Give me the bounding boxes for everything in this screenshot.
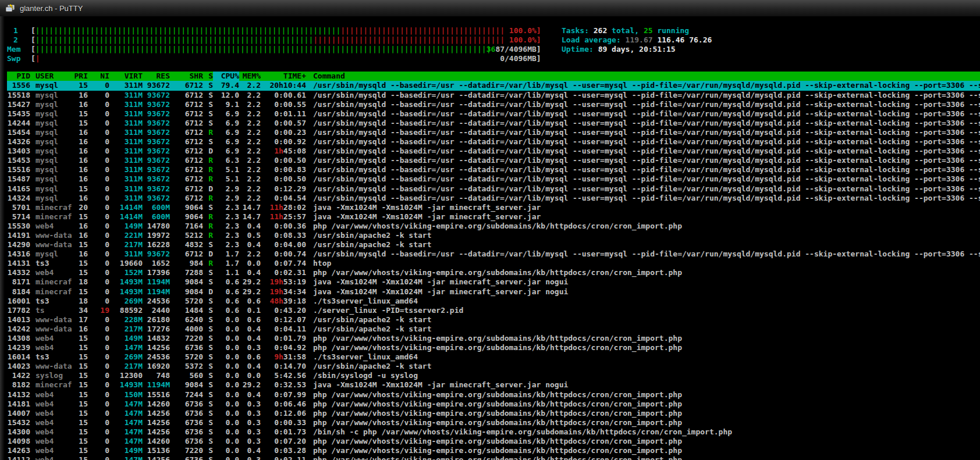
- cell-res: 93672: [143, 156, 170, 165]
- process-row[interactable]: 14326 mysql 16 0 311M 93672 6712 S 6.9 2…: [7, 137, 980, 147]
- column-header-pri[interactable]: PRI: [73, 72, 88, 81]
- cell-command: /usr/sbin/apache2 -k start: [313, 325, 980, 334]
- cell-shr: 6240: [170, 315, 203, 325]
- cell-state: R: [203, 231, 213, 240]
- process-row[interactable]: 15432 web4 15 0 147M 14256 6736 S 0.0 0.…: [7, 418, 980, 427]
- process-row[interactable]: 14098 web4 15 0 147M 14260 6736 S 0.0 0.…: [7, 437, 980, 446]
- cell-user: mysql: [35, 156, 73, 165]
- bracket-open: [: [31, 54, 35, 63]
- cell-time: 0:07.74: [261, 259, 306, 268]
- process-row[interactable]: 14191 www-data 16 0 221M 19972 5212 R 2.…: [7, 231, 980, 240]
- process-row[interactable]: 17782 ts 34 19 88592 2440 1484 S 0.6 0.1…: [7, 306, 980, 315]
- load-1min: 119.67: [626, 35, 653, 45]
- cell-time: 0:00.83: [261, 165, 306, 174]
- cell-command: /usr/sbin/mysqld --basedir=/usr --datadi…: [313, 174, 980, 184]
- process-row[interactable]: 15530 web4 16 0 149M 14780 7164 R 2.3 0.…: [7, 222, 980, 231]
- memory-meter: Mem[||||||||||||||||||||||||||||||||||||…: [7, 45, 980, 54]
- process-row[interactable]: 14112 web4 15 0 147M 14256 6736 S 0.0 0.…: [7, 455, 980, 460]
- cell-virt: 311M: [109, 119, 143, 128]
- column-header-ni[interactable]: NI: [88, 72, 109, 81]
- process-row[interactable]: 8171 minecraf 18 0 1493M 1194M 9084 S 0.…: [7, 277, 980, 287]
- cell-time: 0:04.11: [261, 325, 306, 334]
- process-row[interactable]: 15518 mysql 16 0 311M 93672 6712 S 12.0 …: [7, 91, 980, 100]
- cell-shr: 6712: [170, 147, 203, 156]
- cell-ni: 19: [88, 306, 109, 315]
- cell-user: mysql: [35, 128, 73, 137]
- column-header-cpu-sorted[interactable]: CPU%: [213, 72, 239, 81]
- process-row[interactable]: 14165 mysql 15 0 311M 93672 6712 D 2.9 2…: [7, 184, 980, 194]
- cell-cpu: 6.9: [213, 109, 239, 119]
- process-row[interactable]: 8184 minecraf 15 0 1493M 1194M 9084 D 0.…: [7, 287, 980, 297]
- process-row[interactable]: 13403 mysql 16 0 311M 93672 6712 D 6.9 2…: [7, 147, 980, 156]
- cell-cpu: 0.6: [213, 297, 239, 306]
- cell-ni: 0: [88, 427, 109, 437]
- column-header-state[interactable]: S: [203, 72, 213, 81]
- process-row[interactable]: 14332 web4 15 0 152M 17396 7288 S 1.1 0.…: [7, 268, 980, 277]
- process-row[interactable]: 14131 ts3 15 0 19660 1652 984 R 1.7 0.0 …: [7, 259, 980, 268]
- cell-pri: 15: [73, 400, 88, 409]
- cell-state: S: [203, 409, 213, 418]
- cell-res: 1194M: [143, 277, 170, 287]
- process-row[interactable]: 8182 minecraf 15 0 1493M 1194M 9084 S 0.…: [7, 380, 980, 390]
- process-row[interactable]: 14324 mysql 16 0 311M 93672 6712 R 2.9 2…: [7, 194, 980, 203]
- process-row[interactable]: 15427 mysql 16 0 311M 93672 6712 S 9.1 2…: [7, 100, 980, 109]
- process-row[interactable]: 16014 ts3 15 0 269M 24536 5720 S 0.0 0.6…: [7, 352, 980, 362]
- process-row[interactable]: 14007 web4 15 0 147M 14256 6736 S 0.0 0.…: [7, 409, 980, 418]
- process-row[interactable]: 14290 www-data 15 0 217M 16228 4832 S 2.…: [7, 240, 980, 249]
- cell-cpu: 0.0: [213, 334, 239, 343]
- process-row[interactable]: 15454 mysql 16 0 311M 93672 6712 R 6.9 2…: [7, 128, 980, 137]
- column-header-time[interactable]: TIME+: [261, 72, 306, 81]
- process-row[interactable]: 15435 mysql 15 0 311M 93672 6712 S 6.9 2…: [7, 109, 980, 119]
- cell-res: 14832: [143, 334, 170, 343]
- cell-user: mysql: [35, 147, 73, 156]
- process-row[interactable]: 14244 mysql 15 0 311M 93672 6712 S 6.9 2…: [7, 119, 980, 128]
- process-row[interactable]: 15453 mysql 16 0 311M 93672 6712 R 6.3 2…: [7, 156, 980, 165]
- process-row[interactable]: 14263 web4 15 0 149M 15136 7220 S 0.0 0.…: [7, 446, 980, 455]
- cell-pri: 15: [73, 390, 88, 400]
- cell-mem: 0.4: [239, 222, 261, 231]
- column-header-shr[interactable]: SHR: [170, 72, 203, 81]
- process-row[interactable]: 14023 www-data 15 0 217M 16920 5372 S 0.…: [7, 362, 980, 371]
- cell-shr: 5372: [170, 362, 203, 371]
- process-row[interactable]: 15487 mysql 16 0 311M 93672 6712 R 5.1 2…: [7, 174, 980, 184]
- cell-time: 5:42.56: [261, 371, 306, 380]
- cell-time: 0:02.11: [261, 455, 306, 460]
- process-row[interactable]: 14316 mysql 16 0 311M 93672 6712 D 1.7 2…: [7, 249, 980, 259]
- cell-command: /sbin/syslogd -u syslog: [313, 371, 980, 380]
- column-header-virt[interactable]: VIRT: [109, 72, 143, 81]
- cell-shr: 6736: [170, 437, 203, 446]
- title-bar[interactable]: glanter.ch - PuTTY: [0, 0, 980, 17]
- process-row[interactable]: 1556 mysql 15 0 311M 93672 6712 S 79.4 2…: [7, 81, 980, 90]
- column-header-mem[interactable]: MEM%: [239, 72, 261, 81]
- process-row[interactable]: 14181 web4 15 0 147M 14260 6736 S 0.0 0.…: [7, 400, 980, 409]
- cell-pri: 16: [73, 325, 88, 334]
- summary-panel: Tasks: 262 total, 25 running Load averag…: [562, 26, 712, 54]
- process-row[interactable]: 5701 minecraf 20 0 1414M 600M 9064 S 2.3…: [7, 203, 980, 212]
- process-row[interactable]: 14132 web4 15 0 150M 15516 7244 S 0.0 0.…: [7, 390, 980, 400]
- cell-virt: 311M: [109, 81, 143, 90]
- process-row[interactable]: 14300 web4 15 0 147M 14256 6736 S 0.0 0.…: [7, 427, 980, 437]
- cell-user: mysql: [35, 81, 73, 90]
- cell-time: 9h31:58: [261, 352, 306, 362]
- process-row[interactable]: 14242 www-data 16 0 217M 17276 4000 S 0.…: [7, 325, 980, 334]
- cell-user: web4: [35, 334, 73, 343]
- column-header-user[interactable]: USER: [35, 72, 73, 81]
- cell-virt: 217M: [109, 325, 143, 334]
- process-row[interactable]: 16001 ts3 18 0 269M 24536 5720 S 0.6 0.6…: [7, 297, 980, 306]
- terminal-screen[interactable]: 1[||||||||||||||||||||||||||||||||||||||…: [5, 16, 980, 460]
- column-header-pid[interactable]: PID: [7, 72, 30, 81]
- process-row[interactable]: 5714 minecraf 15 0 1414M 600M 9064 R 2.3…: [7, 212, 980, 222]
- cell-ni: 0: [88, 325, 109, 334]
- cell-cpu: 0.0: [213, 390, 239, 400]
- process-row[interactable]: 15516 mysql 16 0 311M 93672 6712 R 5.1 2…: [7, 165, 980, 174]
- uptime-line: Uptime: 89 days, 20:51:15: [562, 45, 712, 54]
- process-row[interactable]: 1422 syslog 15 0 12300 748 560 S 0.0 0.0…: [7, 371, 980, 380]
- column-header-res[interactable]: RES: [143, 72, 170, 81]
- cell-res: 93672: [143, 128, 170, 137]
- cell-state: D: [203, 249, 213, 259]
- process-row[interactable]: 14308 web4 15 0 149M 14832 7220 S 0.0 0.…: [7, 334, 980, 343]
- process-row[interactable]: 14239 web4 15 0 147M 14256 6736 S 0.0 0.…: [7, 343, 980, 352]
- process-row[interactable]: 14013 www-data 17 0 228M 26180 6240 S 0.…: [7, 315, 980, 325]
- cell-ni: 0: [88, 268, 109, 277]
- column-header-command[interactable]: Command: [313, 72, 980, 81]
